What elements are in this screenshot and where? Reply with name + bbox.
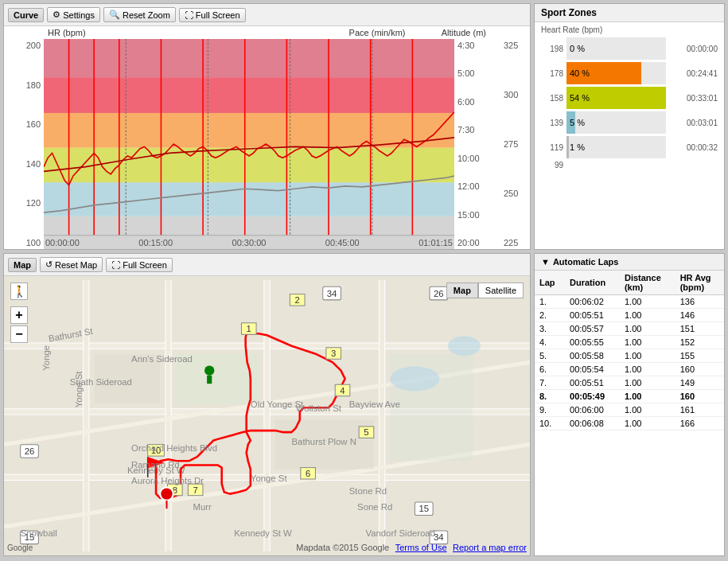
map-panel: Map ↺ Reset Map ⛶ Full Screen Map Satell… — [3, 253, 531, 556]
map-button[interactable]: Map — [8, 258, 37, 272]
curve-button[interactable]: Curve — [8, 8, 44, 22]
svg-rect-3 — [44, 113, 454, 148]
map-controls: 🚶 + − — [10, 282, 28, 343]
svg-text:15: 15 — [419, 504, 429, 513]
zone-2-time: 00:03:01 — [666, 119, 718, 127]
settings-button[interactable]: ⚙ Settings — [47, 7, 100, 22]
svg-text:Kennedy St W: Kennedy St W — [234, 528, 292, 538]
lap-row-8: 8. 00:05:49 1.00 160 — [535, 390, 724, 403]
svg-point-42 — [390, 367, 439, 392]
gear-icon: ⚙ — [53, 10, 60, 20]
y-axis-left-label: HR (bpm) — [48, 28, 86, 37]
zone-row-2: 139 5 % 00:03:01 — [541, 111, 718, 134]
fullscreen-map-button[interactable]: ⛶ Full Screen — [106, 258, 173, 272]
report-map-error-link[interactable]: Report a map error — [453, 543, 527, 552]
chart-main: 00:00:00 00:15:00 00:30:00 00:45:00 01:0… — [44, 39, 454, 249]
zone-5-percent: 0 % — [570, 44, 585, 53]
svg-text:Yonge: Yonge — [41, 345, 51, 371]
zone-3-percent: 54 % — [570, 93, 590, 103]
lap-row-10: 10. 00:06:08 1.00 166 — [535, 417, 724, 430]
laps-table-body: 1. 00:06:02 1.00 136 2. 00:05:51 1.00 14… — [535, 295, 724, 430]
svg-text:Orchard Heights Blvd: Orchard Heights Blvd — [131, 443, 217, 453]
map-toolbar: Map ↺ Reset Map ⛶ Full Screen — [4, 254, 530, 276]
zone-bottom-bpm: 99 — [541, 161, 718, 169]
svg-text:Wollston St: Wollston St — [296, 403, 342, 413]
altitude-axis: 325 300 275 250 225 — [502, 39, 530, 249]
main-container: Curve ⚙ Settings 🔍 Reset Zoom ⛶ Full Scr… — [0, 0, 728, 561]
zones-sub-header: Heart Rate (bpm) — [541, 25, 718, 34]
svg-text:Ann's Sideroad: Ann's Sideroad — [131, 354, 193, 364]
svg-text:Snath Sideroad: Snath Sideroad — [70, 377, 132, 387]
chart-svg — [44, 39, 454, 249]
chart-inner: 200 180 160 140 120 100 — [4, 39, 530, 249]
lap-row-7: 7. 00:05:51 1.00 149 — [535, 376, 724, 390]
zone-bottom-value: 99 — [541, 161, 563, 169]
svg-point-84 — [160, 487, 173, 501]
lap-row-2: 2. 00:05:51 1.00 146 — [535, 309, 724, 322]
svg-text:Stone Rd: Stone Rd — [349, 486, 387, 496]
svg-text:Snowball: Snowball — [21, 528, 57, 538]
svg-text:Bayview Ave: Bayview Ave — [349, 399, 400, 409]
chart-toolbar: Curve ⚙ Settings 🔍 Reset Zoom ⛶ Full Scr… — [4, 4, 530, 26]
svg-text:Yonge St: Yonge St — [251, 473, 288, 483]
terms-of-use-link[interactable]: Terms of Use — [395, 543, 447, 552]
zones-panel: Sport Zones Heart Rate (bpm) 198 0 % 00:… — [534, 3, 725, 250]
zones-content: Heart Rate (bpm) 198 0 % 00:00:00 — [535, 22, 724, 249]
y-axis-right-labels: Pace (min/km) Altitude (m) — [349, 28, 486, 37]
x-axis: 00:00:00 00:15:00 00:30:00 00:45:00 01:0… — [44, 236, 454, 249]
zoom-in-button[interactable]: + — [10, 306, 28, 324]
map-attribution: Mapdata ©2015 Google Terms of Use Report… — [296, 543, 527, 552]
laps-scroll[interactable]: Lap Duration Distance(km) HR Avg(bpm) 1.… — [535, 271, 724, 555]
fullscreen-map-icon: ⛶ — [111, 260, 120, 270]
svg-text:26: 26 — [434, 289, 444, 298]
svg-text:7: 7 — [193, 485, 197, 495]
svg-text:1: 1 — [247, 324, 251, 333]
svg-text:Vandorf Sideroad: Vandorf Sideroad — [365, 528, 435, 538]
zone-5-time: 00:00:00 — [666, 45, 718, 53]
map-type-satellite-btn[interactable]: Satellite — [478, 282, 524, 298]
zone-row-5: 198 0 % 00:00:00 — [541, 37, 718, 60]
zone-4-time: 00:24:41 — [666, 69, 718, 78]
lap-num: 1. — [535, 295, 565, 309]
reset-map-button[interactable]: ↺ Reset Map — [40, 257, 103, 272]
zone-row-3: 158 54 % 00:33:01 — [541, 87, 718, 109]
y-axis-right: 4:30 5:00 6:00 7:30 10:00 12:00 15:00 20… — [454, 39, 502, 249]
zone-1-percent: 1 % — [570, 142, 585, 152]
svg-rect-5 — [44, 39, 454, 77]
laps-panel: ▼ Automatic Laps Lap Duration Distance(k… — [534, 253, 725, 556]
fullscreen-button-chart[interactable]: ⛶ Full Screen — [179, 8, 246, 22]
lap-hr: 136 — [675, 295, 724, 309]
svg-rect-2 — [44, 148, 454, 183]
laps-header: ▼ Automatic Laps — [535, 254, 724, 271]
y-axis-left: 200 180 160 140 120 100 — [4, 39, 44, 249]
map-type-map-btn[interactable]: Map — [446, 282, 478, 298]
zone-4-bpm-top: 178 — [541, 69, 563, 78]
svg-point-43 — [448, 336, 481, 356]
chart-area: 200 180 160 140 120 100 — [4, 39, 530, 249]
lap-row-1: 1. 00:06:02 1.00 136 — [535, 295, 724, 309]
svg-rect-1 — [44, 182, 454, 216]
svg-rect-4 — [44, 77, 454, 113]
svg-text:34: 34 — [327, 289, 337, 298]
zone-row-4: 178 40 % 00:24:41 — [541, 62, 718, 84]
laps-table-header: Lap Duration Distance(km) HR Avg(bpm) — [535, 271, 724, 295]
zone-1-bpm-top: 119 — [541, 143, 563, 152]
reset-zoom-button[interactable]: 🔍 Reset Zoom — [103, 7, 176, 22]
col-distance: Distance(km) — [620, 271, 675, 295]
zone-2-bpm-top: 139 — [541, 119, 563, 127]
svg-point-78 — [204, 365, 214, 375]
lap-row-3: 3. 00:05:57 1.00 151 — [535, 322, 724, 336]
lap-distance: 1.00 — [620, 295, 675, 309]
chart-header: HR (bpm) Pace (min/km) Altitude (m) — [4, 26, 530, 39]
col-lap: Lap — [535, 271, 565, 295]
svg-text:26: 26 — [25, 446, 35, 456]
zoom-out-button[interactable]: − — [10, 325, 28, 343]
svg-text:Yonge St: Yonge St — [74, 371, 84, 408]
google-logo: Google — [7, 543, 33, 552]
person-icon[interactable]: 🚶 — [10, 282, 28, 300]
fullscreen-icon: ⛶ — [185, 10, 193, 20]
svg-text:Bathurst Plow N: Bathurst Plow N — [291, 437, 356, 446]
zone-5-bpm-top: 198 — [541, 45, 563, 53]
collapse-icon[interactable]: ▼ — [541, 257, 550, 267]
zone-4-percent: 40 % — [570, 68, 590, 78]
